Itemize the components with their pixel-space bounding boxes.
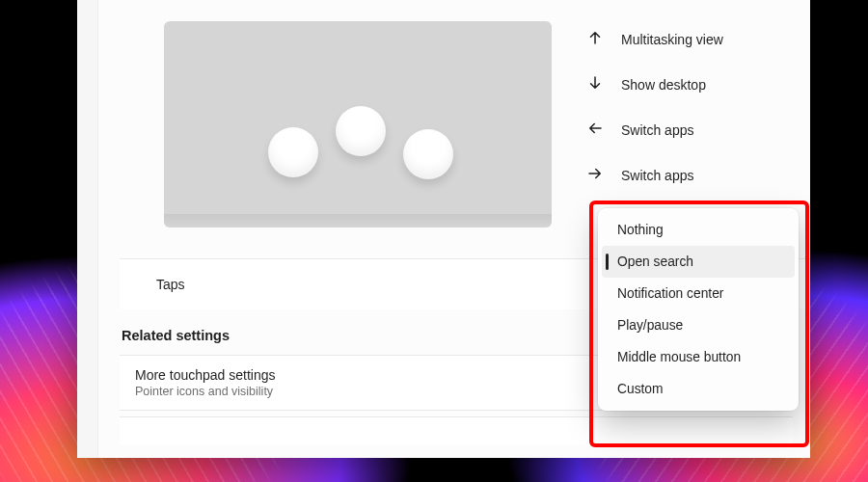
- gesture-dot: [403, 129, 453, 179]
- gesture-label: Switch apps: [621, 122, 693, 138]
- dropdown-item[interactable]: Middle mouse button: [602, 341, 795, 373]
- gesture-row[interactable]: Show desktop: [586, 74, 723, 94]
- gesture-label: Show desktop: [621, 77, 706, 93]
- gesture-label: Switch apps: [621, 168, 693, 183]
- gesture-action-dropdown[interactable]: NothingOpen searchNotification centerPla…: [598, 208, 799, 411]
- arrow-down-icon: [586, 74, 604, 94]
- gesture-row[interactable]: Switch apps: [586, 120, 723, 140]
- settings-card[interactable]: [120, 416, 793, 445]
- dropdown-item[interactable]: Open search: [602, 246, 795, 278]
- dropdown-item[interactable]: Play/pause: [602, 309, 795, 341]
- arrow-right-icon: [586, 165, 604, 185]
- dropdown-item[interactable]: Custom: [602, 373, 795, 405]
- dropdown-item[interactable]: Nothing: [602, 214, 795, 246]
- gesture-label: Multitasking view: [621, 32, 723, 47]
- taps-label: Taps: [156, 277, 185, 292]
- settings-content: Multitasking viewShow desktopSwitch apps…: [98, 0, 810, 458]
- gesture-list: Multitasking viewShow desktopSwitch apps…: [586, 29, 723, 185]
- related-settings-heading: Related settings: [122, 328, 230, 343]
- gesture-dot: [336, 106, 386, 156]
- arrow-left-icon: [586, 120, 604, 140]
- arrow-up-icon: [586, 29, 604, 49]
- gesture-row[interactable]: Multitasking view: [586, 29, 723, 49]
- touchpad-gesture-preview: [164, 21, 552, 228]
- gesture-dot: [268, 127, 318, 177]
- window-left-gutter: [77, 0, 98, 458]
- dropdown-item[interactable]: Notification center: [602, 278, 795, 309]
- settings-window: Multitasking viewShow desktopSwitch apps…: [77, 0, 810, 458]
- gesture-row[interactable]: Switch apps: [586, 165, 723, 185]
